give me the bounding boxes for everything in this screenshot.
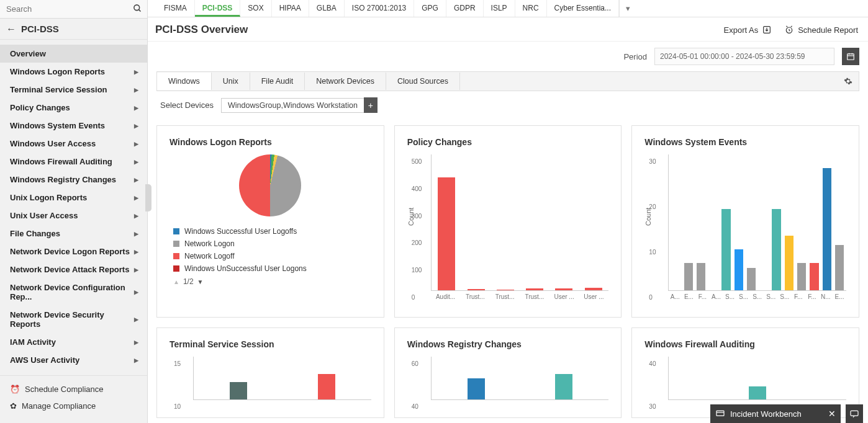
y-tick: 40 [649, 360, 656, 367]
schedule-compliance-link[interactable]: ⏰ Schedule Compliance [0, 381, 147, 398]
x-tick: S... [751, 293, 764, 300]
compliance-tab[interactable]: ISO 27001:2013 [345, 0, 414, 17]
workbench-icon [715, 409, 725, 419]
compliance-tab[interactable]: GPG [414, 0, 446, 17]
page-title: PCI-DSS Overview [155, 24, 248, 36]
search-input[interactable] [0, 0, 147, 18]
sidebar-item[interactable]: Policy Changes▶ [0, 99, 147, 117]
source-tab[interactable]: File Audit [250, 73, 305, 90]
period-input[interactable] [654, 48, 834, 65]
sidebar-item[interactable]: Network Device Security Reports▶ [0, 306, 147, 333]
bar [526, 288, 543, 290]
source-tab[interactable]: Cloud Sources [386, 73, 460, 90]
back-arrow-icon[interactable]: ← [6, 24, 16, 35]
legend-label: Network Logon [184, 239, 235, 248]
bar-chart: 1015 [188, 357, 371, 412]
sidebar-item[interactable]: Windows User Access▶ [0, 135, 147, 153]
sidebar-item-label: Policy Changes [10, 103, 70, 112]
incident-workbench-bar[interactable]: Incident Workbench ✕ [710, 404, 841, 423]
clock-icon: ⏰ [10, 385, 20, 394]
sidebar-item[interactable]: Windows System Events▶ [0, 117, 147, 135]
sidebar-item-label: File Changes [10, 229, 60, 238]
sidebar-item[interactable]: IAM Activity▶ [0, 333, 147, 351]
compliance-tab[interactable]: FISMA [156, 0, 195, 17]
bar [785, 236, 793, 290]
bar [747, 268, 756, 290]
chevron-right-icon: ▶ [134, 249, 138, 255]
sidebar-item[interactable]: Overview [0, 45, 147, 63]
bar [749, 386, 766, 399]
bar [230, 382, 247, 399]
export-as-button[interactable]: Export As [724, 25, 772, 35]
source-tab[interactable]: Network Devices [305, 73, 386, 90]
sidebar-item[interactable]: Unix User Access▶ [0, 207, 147, 225]
sidebar-item[interactable]: Terminal Service Session▶ [0, 81, 147, 99]
source-tab[interactable]: Unix [212, 73, 250, 90]
compliance-tab[interactable]: HIPAA [272, 0, 309, 17]
sidebar-item-label: Unix Logon Reports [10, 193, 87, 202]
sidebar-item[interactable]: AWS User Activity▶ [0, 351, 147, 369]
sidebar-item-label: AWS User Activity [10, 355, 79, 365]
manage-compliance-link[interactable]: ✿ Manage Compliance [0, 398, 147, 414]
legend-swatch [173, 253, 179, 259]
more-tabs-button[interactable]: ▾ [619, 0, 636, 17]
y-tick: 200 [412, 239, 422, 246]
chevron-right-icon: ▶ [134, 141, 138, 147]
chevron-right-icon: ▶ [134, 357, 138, 363]
card-windows-system-events: Windows System Events Count0102030A...E.… [631, 125, 859, 318]
compliance-tab[interactable]: NRC [515, 0, 547, 17]
card-title: Terminal Service Session [170, 339, 371, 349]
sidebar-item[interactable]: Windows Logon Reports▶ [0, 63, 147, 81]
sidebar-nav: OverviewWindows Logon Reports▶Terminal S… [0, 40, 147, 375]
legend-swatch [173, 241, 179, 247]
x-tick: N... [819, 293, 833, 300]
sidebar-item[interactable]: Windows Registry Changes▶ [0, 171, 147, 189]
card-title: Windows Logon Reports [170, 137, 371, 147]
x-tick: S... [764, 293, 778, 300]
sidebar-item[interactable]: Network Device Logon Reports▶ [0, 243, 147, 260]
sidebar-item[interactable]: Windows Firewall Auditing▶ [0, 153, 147, 171]
x-tick: F... [695, 293, 709, 300]
bar-chart: 4060 [426, 357, 609, 412]
schedule-compliance-label: Schedule Compliance [25, 385, 103, 394]
schedule-report-button[interactable]: Schedule Report [784, 25, 858, 35]
compliance-tab[interactable]: SOX [240, 0, 271, 17]
compliance-tab[interactable]: GLBA [309, 0, 345, 17]
sidebar-item[interactable]: File Changes▶ [0, 225, 147, 243]
sidebar-item-label: IAM Activity [10, 337, 56, 347]
chat-button[interactable] [846, 404, 863, 423]
compliance-tab[interactable]: Cyber Essentia... [547, 0, 619, 17]
search-icon[interactable] [133, 4, 142, 13]
compliance-tab[interactable]: GDPR [446, 0, 484, 17]
device-value[interactable]: WindowsGroup,Windows Workstation [221, 98, 364, 113]
legend-pager: ▲ 1/2 ▼ [173, 277, 204, 286]
compliance-tab[interactable]: ISLP [484, 0, 515, 17]
close-icon[interactable]: ✕ [828, 409, 836, 419]
page-header: PCI-DSS Overview Export As Schedule Repo… [148, 17, 868, 42]
sidebar-collapse-handle[interactable] [145, 184, 151, 212]
card-policy-changes: Policy Changes Count0100200300400500Audi… [394, 125, 622, 318]
y-tick: 10 [174, 403, 181, 410]
bar [318, 374, 335, 399]
source-tab[interactable]: Windows [157, 73, 212, 90]
add-device-button[interactable]: + [364, 97, 377, 113]
incident-workbench-label: Incident Workbench [730, 409, 802, 419]
period-label: Period [623, 52, 647, 61]
svg-rect-10 [851, 411, 858, 416]
device-selector: WindowsGroup,Windows Workstation + [221, 97, 377, 113]
alarm-icon [784, 25, 794, 35]
pager-up-icon[interactable]: ▲ [173, 278, 179, 285]
schedule-report-label: Schedule Report [798, 25, 858, 35]
x-tick: User ... [553, 293, 576, 300]
x-tick: Audit... [434, 293, 458, 300]
sidebar-item[interactable]: Network Device Attack Reports▶ [0, 260, 147, 278]
compliance-tab[interactable]: PCI-DSS [195, 0, 241, 17]
calendar-button[interactable] [842, 48, 859, 65]
settings-gear-icon[interactable] [838, 77, 859, 86]
x-tick: E... [682, 293, 695, 300]
sidebar-item[interactable]: Network Device Configuration Rep...▶ [0, 278, 147, 306]
sidebar-item[interactable]: Unix Logon Reports▶ [0, 189, 147, 207]
x-tick: A... [709, 293, 723, 300]
compliance-tabs: FISMAPCI-DSSSOXHIPAAGLBAISO 27001:2013GP… [148, 0, 868, 17]
pager-down-icon[interactable]: ▼ [197, 278, 204, 285]
